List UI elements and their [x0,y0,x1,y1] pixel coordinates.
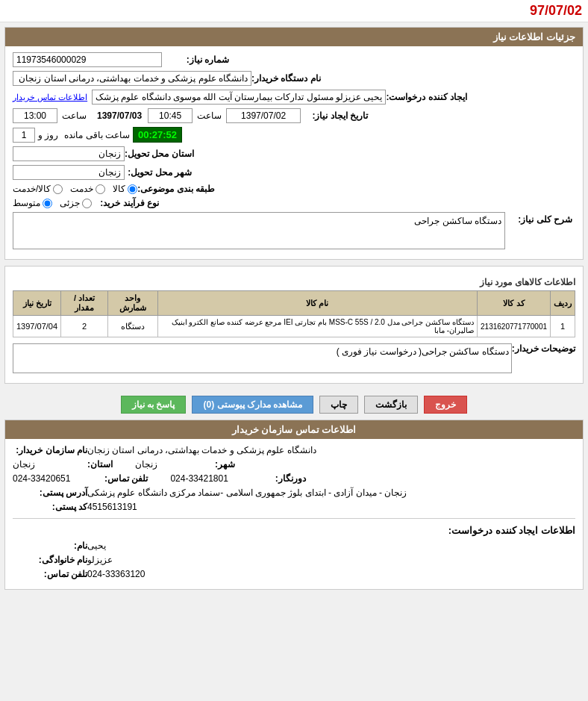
time-created-label: ساعت [197,110,222,121]
city-value: زنجان [135,459,157,470]
buyer-org-label: نام دستگاه خریدار: [251,73,321,84]
main-section-content: شماره نیاز: 11973546000029 نام دستگاه خر… [5,46,583,259]
buyer-notes-label: توضیحات خریدار: [512,343,575,354]
timer-row: 00:27:52 ساعت باقی مانده روز و 1 [13,127,575,143]
exit-button[interactable]: خروج [424,396,467,414]
expire-date-value: 1397/07/03 [97,110,142,121]
radio-kala[interactable]: کالا [113,184,137,194]
reply-button[interactable]: پاسخ به نیاز [121,396,187,414]
postal-value: 4515613191 [87,502,137,512]
purchase-type-label: نوع فرآیند خرید: [92,198,159,208]
attachments-button[interactable]: مشاهده مدارک پیوستی (0) [192,396,313,414]
col-unit: واحد شمارش [108,291,158,316]
creator-label: ایجاد کننده درخواست: [386,92,467,102]
city-row: شهر: زنجان [135,459,235,470]
col-name: نام کالا [157,291,477,316]
days-remaining-value: 1 [13,128,35,143]
org-value: دانشگاه علوم پزشکی و خدمات بهداشتی، درما… [87,445,316,455]
category-row: طبقه بندی موضوعی: کالا/خدمت خدمت کالا [13,184,575,194]
general-desc-label: شرح کلی نیاز: [505,214,572,225]
creator-section-title: اطلاعات ایجاد کننده درخواست: [13,525,575,536]
date-created-label: تاریخ ایجاد نیاز: [301,110,368,121]
contact-section-content: نام سازمان خریدار: دانشگاه علوم پزشکی و … [5,439,583,589]
table-row: 1 2131620771770001 دستگاه ساکشن جراحی مد… [13,316,575,337]
need-number-value: 11973546000029 [13,52,162,67]
creator-phone-value: 024-33363120 [87,569,145,579]
creator-family-value: عزیزلو [87,555,113,565]
items-section: اطلاعات کالاهای مورد نیاز ردیف کد کالا ن… [4,266,584,384]
buyer-org-row: نام دستگاه خریدار: دانشگاه علوم پزشکی و … [13,71,575,86]
days-remaining-label: روز و [38,130,58,140]
print-button[interactable]: چاپ [319,396,358,414]
col-date: تاریخ نیاز [13,291,61,316]
creator-family-row: نام خانوادگی: عزیزلو [13,555,575,565]
row-date: 1397/07/04 [13,316,61,337]
province-value: زنجان [13,146,125,161]
radio-kala-service[interactable]: کالا/خدمت [13,184,63,194]
time-created-value: 10:45 [148,108,193,123]
purchase-type-radio-group: متوسط جزئی [13,198,92,208]
time-expire-label: ساعت [62,110,87,121]
date-created-row: تاریخ ایجاد نیاز: 1397/07/02 ساعت 10:45 … [13,108,575,123]
row-code: 2131620771770001 [478,316,551,337]
buyer-org-value: دانشگاه علوم پزشکی و خدمات بهداشتی، درما… [13,71,251,86]
creator-name-label: نام: [13,540,87,551]
contact-info-link[interactable]: اطلاعات تماس خریدار [13,93,87,102]
creator-row: ایجاد کننده درخواست: یحیی عزیزلو مسئول ت… [13,90,575,105]
col-code: کد کالا [478,291,551,316]
province-city-row: استان: زنجان شهر: زنجان [13,459,575,470]
city-label: شهر محل تحویل: [125,167,192,178]
radio-service[interactable]: خدمت [70,184,105,194]
category-label: طبقه بندی موضوعی: [137,184,215,194]
org-label: نام سازمان خریدار: [13,445,87,455]
phone-label: تلفن تماس: [73,473,148,484]
city-row: شهر محل تحویل: زنجان [13,165,575,180]
postal-row: کد پستی: 4515613191 [13,502,575,512]
col-qty: تعداد / مقدار [61,291,108,316]
purchase-type-row: نوع فرآیند خرید: متوسط جزئی [13,198,575,208]
back-button[interactable]: بازگشت [364,396,418,414]
postal-label: کد پستی: [13,502,87,512]
main-section-header: جزئیات اطلاعات نیاز [5,28,583,46]
fax-row: دورنگار: 024-33421801 [170,473,305,484]
timer-label: ساعت باقی مانده [64,130,130,140]
fax-label: دورنگار: [231,473,306,484]
province-value: زنجان [13,459,35,470]
date-created-value: 1397/07/02 [226,108,301,123]
row-qty: 2 [61,316,108,337]
buyer-notes-value: دستگاه ساکشن جراحی( درخواست نیاز فوری ) [13,343,512,373]
need-number-row: شماره نیاز: 11973546000029 [13,52,575,67]
date-text: 97/07/02 [530,3,582,18]
province-row: استان محل تحویل: زنجان [13,146,575,161]
timer-value: 00:27:52 [133,127,182,143]
row-name: دستگاه ساکشن جراحی مدل 2.0 / MSS-C 55S ب… [157,316,477,337]
creator-family-label: نام خانوادگی: [13,555,87,565]
address-value: زنجان - میدان آزادی - ابتدای بلوژ جمهوری… [87,487,407,498]
phone-row: تلفن تماس: 024-33420651 [13,473,148,484]
org-row: نام سازمان خریدار: دانشگاه علوم پزشکی و … [13,445,575,455]
fax-value: 024-33421801 [170,473,228,484]
address-label: آدرس پستی: [13,487,87,498]
radio-medium[interactable]: متوسط [13,198,52,208]
creator-value: یحیی عزیزلو مسئول تدارکات بیمارستان آیت … [92,90,386,105]
address-row: آدرس پستی: زنجان - میدان آزادی - ابتدای … [13,487,575,498]
province-label: استان: [38,459,113,470]
contact-section-header: اطلاعات تماس سازمان خریدار [5,420,583,439]
general-desc-value: دستگاه ساکشن جراحی [13,212,505,249]
row-number: 1 [551,316,575,337]
city-label: شهر: [160,459,235,470]
creator-phone-row: تلفن تماس: 024-33363120 [13,569,575,579]
radio-minor[interactable]: جزئی [60,198,92,208]
general-desc-row: شرح کلی نیاز: دستگاه ساکشن جراحی [13,212,575,249]
main-section: جزئیات اطلاعات نیاز شماره نیاز: 11973546… [4,27,584,260]
province-label: استان محل تحویل: [125,149,194,159]
items-section-title: اطلاعات کالاهای مورد نیاز [13,277,575,287]
button-bar: پاسخ به نیاز مشاهده مدارک پیوستی (0) چاپ… [4,390,584,420]
divider [13,518,575,519]
contact-section: اطلاعات تماس سازمان خریدار نام سازمان خر… [4,420,584,590]
col-row: ردیف [551,291,575,316]
phone-value: 024-33420651 [13,473,70,484]
province-row: استان: زنجان [13,459,113,470]
row-unit: دستگاه [108,316,158,337]
buyer-notes-row: توضیحات خریدار: دستگاه ساکشن جراحی( درخو… [13,343,575,373]
